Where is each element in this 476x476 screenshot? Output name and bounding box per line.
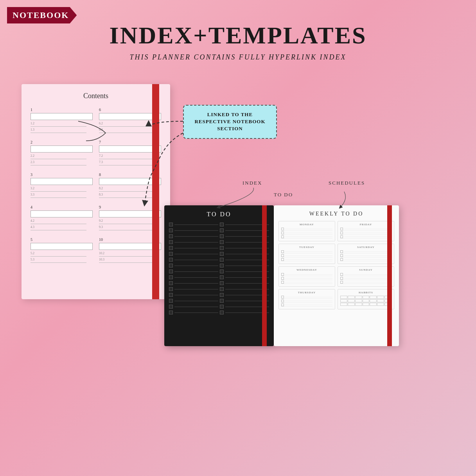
content-section-3: 3 3.2 3.3 — [27, 171, 96, 203]
contents-page: Contents 1 1.2 1.3 6 6.2 6.3 2 2.2 2.3 — [22, 84, 170, 299]
weekly-page-title: WEEKLY TO DO — [274, 205, 399, 219]
content-section-2: 2 2.2 2.3 — [27, 138, 96, 171]
index-label: INDEX — [242, 180, 262, 186]
todo-rows — [164, 222, 274, 317]
page-title: INDEX+TEMPLATES — [0, 0, 476, 49]
weekly-days-grid: MONDAY FRIDAY TUESDAY SATURDAY W — [274, 219, 399, 311]
schedules-label: SCHEDULES — [329, 180, 365, 186]
sunday-section: SUNDAY — [338, 266, 394, 287]
content-section-7: 7 7.2 7.3 — [96, 138, 164, 171]
habits-section: HABBITS — [338, 289, 394, 309]
content-section-1: 1 1.2 1.3 — [27, 106, 96, 138]
todo-page: TO DO — [164, 205, 274, 346]
content-section-4: 4 4.2 4.3 — [27, 203, 96, 235]
saturday-section: SATURDAY — [338, 244, 394, 264]
annotation-bubble: LINKED TO THE RESPECTIVE NOTEBOOK SECTIO… — [183, 105, 277, 139]
todo-page-title: TO DO — [164, 205, 274, 222]
todo-label: TO DO — [274, 192, 293, 198]
content-section-10: 10 10.2 10.3 — [96, 235, 164, 268]
content-section-6: 6 6.2 6.3 — [96, 106, 164, 138]
contents-grid: 1 1.2 1.3 6 6.2 6.3 2 2.2 2.3 7 7.2 — [27, 106, 164, 268]
page-subtitle: THIS PLANNER CONTAINS FULLY HYPERLINK IN… — [0, 53, 476, 61]
content-section-5: 5 5.2 5.3 — [27, 235, 96, 268]
friday-section: FRIDAY — [338, 221, 394, 241]
wednesday-section: WEDNESDAY — [278, 266, 335, 287]
tuesday-section: TUESDAY — [278, 244, 335, 264]
notebook-banner: NOTEBOOK — [7, 7, 77, 23]
content-section-9: 9 9.2 9.3 — [96, 203, 164, 235]
thursday-section: THURSDAY — [278, 289, 335, 309]
contents-title: Contents — [27, 92, 164, 100]
weekly-todo-page: WEEKLY TO DO MONDAY FRIDAY TUESDAY SATUR… — [274, 205, 399, 346]
content-section-8: 8 8.2 8.3 — [96, 171, 164, 203]
monday-section: MONDAY — [278, 221, 335, 241]
